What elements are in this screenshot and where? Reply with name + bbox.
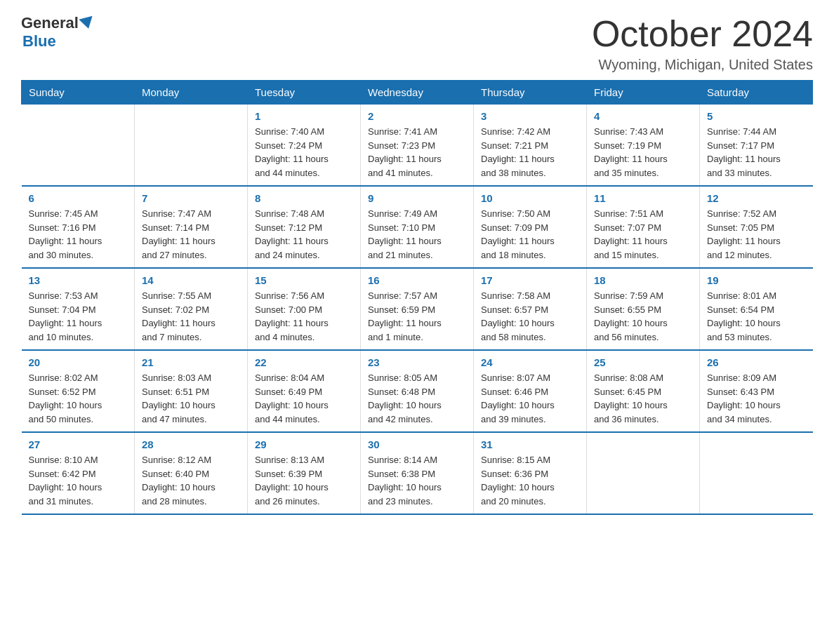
logo-triangle-icon — [79, 16, 95, 31]
calendar-cell: 22Sunrise: 8:04 AMSunset: 6:49 PMDayligh… — [248, 350, 361, 432]
day-number: 27 — [29, 438, 128, 450]
title-area: October 2024 Wyoming, Michigan, United S… — [592, 14, 813, 73]
day-number: 9 — [368, 192, 466, 204]
day-info: Sunrise: 7:51 AMSunset: 7:07 PMDaylight:… — [594, 207, 692, 262]
day-info: Sunrise: 8:08 AMSunset: 6:45 PMDaylight:… — [594, 371, 692, 426]
day-number: 19 — [707, 274, 806, 286]
calendar-cell: 4Sunrise: 7:43 AMSunset: 7:19 PMDaylight… — [587, 105, 700, 187]
day-number: 23 — [368, 356, 466, 368]
day-number: 24 — [481, 356, 579, 368]
day-info: Sunrise: 8:07 AMSunset: 6:46 PMDaylight:… — [481, 371, 579, 426]
day-number: 30 — [368, 438, 466, 450]
calendar-cell: 14Sunrise: 7:55 AMSunset: 7:02 PMDayligh… — [135, 268, 248, 350]
calendar-table: SundayMondayTuesdayWednesdayThursdayFrid… — [21, 80, 813, 515]
calendar-cell: 21Sunrise: 8:03 AMSunset: 6:51 PMDayligh… — [135, 350, 248, 432]
day-number: 12 — [707, 192, 806, 204]
calendar-cell — [587, 432, 700, 514]
day-number: 25 — [594, 356, 692, 368]
day-number: 5 — [707, 110, 806, 122]
day-number: 31 — [481, 438, 579, 450]
day-info: Sunrise: 8:04 AMSunset: 6:49 PMDaylight:… — [255, 371, 353, 426]
calendar-cell: 11Sunrise: 7:51 AMSunset: 7:07 PMDayligh… — [587, 186, 700, 268]
day-info: Sunrise: 8:05 AMSunset: 6:48 PMDaylight:… — [368, 371, 466, 426]
day-number: 7 — [142, 192, 240, 204]
calendar-cell: 19Sunrise: 8:01 AMSunset: 6:54 PMDayligh… — [700, 268, 813, 350]
calendar-cell — [22, 105, 135, 187]
calendar-cell: 23Sunrise: 8:05 AMSunset: 6:48 PMDayligh… — [361, 350, 474, 432]
day-number: 20 — [29, 356, 128, 368]
day-info: Sunrise: 8:09 AMSunset: 6:43 PMDaylight:… — [707, 371, 806, 426]
calendar-cell: 3Sunrise: 7:42 AMSunset: 7:21 PMDaylight… — [474, 105, 587, 187]
day-info: Sunrise: 8:01 AMSunset: 6:54 PMDaylight:… — [707, 289, 806, 344]
day-info: Sunrise: 8:14 AMSunset: 6:38 PMDaylight:… — [368, 453, 466, 508]
calendar-cell — [700, 432, 813, 514]
header-thursday: Thursday — [474, 81, 587, 105]
calendar-cell: 12Sunrise: 7:52 AMSunset: 7:05 PMDayligh… — [700, 186, 813, 268]
calendar-cell: 6Sunrise: 7:45 AMSunset: 7:16 PMDaylight… — [22, 186, 135, 268]
day-info: Sunrise: 7:57 AMSunset: 6:59 PMDaylight:… — [368, 289, 466, 344]
day-info: Sunrise: 7:55 AMSunset: 7:02 PMDaylight:… — [142, 289, 240, 344]
calendar-cell: 31Sunrise: 8:15 AMSunset: 6:36 PMDayligh… — [474, 432, 587, 514]
location-text: Wyoming, Michigan, United States — [592, 57, 813, 73]
day-info: Sunrise: 7:44 AMSunset: 7:17 PMDaylight:… — [707, 125, 806, 180]
day-info: Sunrise: 8:03 AMSunset: 6:51 PMDaylight:… — [142, 371, 240, 426]
header-sunday: Sunday — [22, 81, 135, 105]
week-row-5: 27Sunrise: 8:10 AMSunset: 6:42 PMDayligh… — [22, 432, 813, 514]
calendar-cell: 1Sunrise: 7:40 AMSunset: 7:24 PMDaylight… — [248, 105, 361, 187]
day-number: 17 — [481, 274, 579, 286]
day-info: Sunrise: 7:58 AMSunset: 6:57 PMDaylight:… — [481, 289, 579, 344]
header-friday: Friday — [587, 81, 700, 105]
week-row-4: 20Sunrise: 8:02 AMSunset: 6:52 PMDayligh… — [22, 350, 813, 432]
day-info: Sunrise: 7:48 AMSunset: 7:12 PMDaylight:… — [255, 207, 353, 262]
calendar-cell: 15Sunrise: 7:56 AMSunset: 7:00 PMDayligh… — [248, 268, 361, 350]
header-wednesday: Wednesday — [361, 81, 474, 105]
day-number: 1 — [255, 110, 353, 122]
month-title: October 2024 — [592, 14, 813, 54]
day-number: 29 — [255, 438, 353, 450]
day-info: Sunrise: 7:42 AMSunset: 7:21 PMDaylight:… — [481, 125, 579, 180]
header-tuesday: Tuesday — [248, 81, 361, 105]
day-info: Sunrise: 7:52 AMSunset: 7:05 PMDaylight:… — [707, 207, 806, 262]
day-info: Sunrise: 7:45 AMSunset: 7:16 PMDaylight:… — [29, 207, 128, 262]
calendar-cell: 24Sunrise: 8:07 AMSunset: 6:46 PMDayligh… — [474, 350, 587, 432]
calendar-cell: 28Sunrise: 8:12 AMSunset: 6:40 PMDayligh… — [135, 432, 248, 514]
calendar-cell: 5Sunrise: 7:44 AMSunset: 7:17 PMDaylight… — [700, 105, 813, 187]
day-number: 2 — [368, 110, 466, 122]
day-info: Sunrise: 7:49 AMSunset: 7:10 PMDaylight:… — [368, 207, 466, 262]
day-info: Sunrise: 8:12 AMSunset: 6:40 PMDaylight:… — [142, 453, 240, 508]
header-monday: Monday — [135, 81, 248, 105]
day-info: Sunrise: 7:41 AMSunset: 7:23 PMDaylight:… — [368, 125, 466, 180]
day-number: 28 — [142, 438, 240, 450]
day-number: 18 — [594, 274, 692, 286]
calendar-cell: 25Sunrise: 8:08 AMSunset: 6:45 PMDayligh… — [587, 350, 700, 432]
day-number: 14 — [142, 274, 240, 286]
day-number: 22 — [255, 356, 353, 368]
day-info: Sunrise: 8:15 AMSunset: 6:36 PMDaylight:… — [481, 453, 579, 508]
calendar-cell: 13Sunrise: 7:53 AMSunset: 7:04 PMDayligh… — [22, 268, 135, 350]
week-row-1: 1Sunrise: 7:40 AMSunset: 7:24 PMDaylight… — [22, 105, 813, 187]
logo-general-text: General — [21, 14, 79, 32]
header-saturday: Saturday — [700, 81, 813, 105]
calendar-cell — [135, 105, 248, 187]
calendar-cell: 8Sunrise: 7:48 AMSunset: 7:12 PMDaylight… — [248, 186, 361, 268]
calendar-cell: 7Sunrise: 7:47 AMSunset: 7:14 PMDaylight… — [135, 186, 248, 268]
day-number: 15 — [255, 274, 353, 286]
day-info: Sunrise: 8:02 AMSunset: 6:52 PMDaylight:… — [29, 371, 128, 426]
calendar-cell: 26Sunrise: 8:09 AMSunset: 6:43 PMDayligh… — [700, 350, 813, 432]
day-info: Sunrise: 7:43 AMSunset: 7:19 PMDaylight:… — [594, 125, 692, 180]
day-number: 16 — [368, 274, 466, 286]
day-info: Sunrise: 7:59 AMSunset: 6:55 PMDaylight:… — [594, 289, 692, 344]
day-info: Sunrise: 8:13 AMSunset: 6:39 PMDaylight:… — [255, 453, 353, 508]
day-number: 10 — [481, 192, 579, 204]
calendar-cell: 29Sunrise: 8:13 AMSunset: 6:39 PMDayligh… — [248, 432, 361, 514]
calendar-cell: 17Sunrise: 7:58 AMSunset: 6:57 PMDayligh… — [474, 268, 587, 350]
day-number: 13 — [29, 274, 128, 286]
day-number: 21 — [142, 356, 240, 368]
calendar-header-row: SundayMondayTuesdayWednesdayThursdayFrid… — [22, 81, 813, 105]
calendar-cell: 9Sunrise: 7:49 AMSunset: 7:10 PMDaylight… — [361, 186, 474, 268]
day-number: 8 — [255, 192, 353, 204]
day-info: Sunrise: 7:50 AMSunset: 7:09 PMDaylight:… — [481, 207, 579, 262]
day-number: 11 — [594, 192, 692, 204]
calendar-cell: 20Sunrise: 8:02 AMSunset: 6:52 PMDayligh… — [22, 350, 135, 432]
day-info: Sunrise: 7:53 AMSunset: 7:04 PMDaylight:… — [29, 289, 128, 344]
